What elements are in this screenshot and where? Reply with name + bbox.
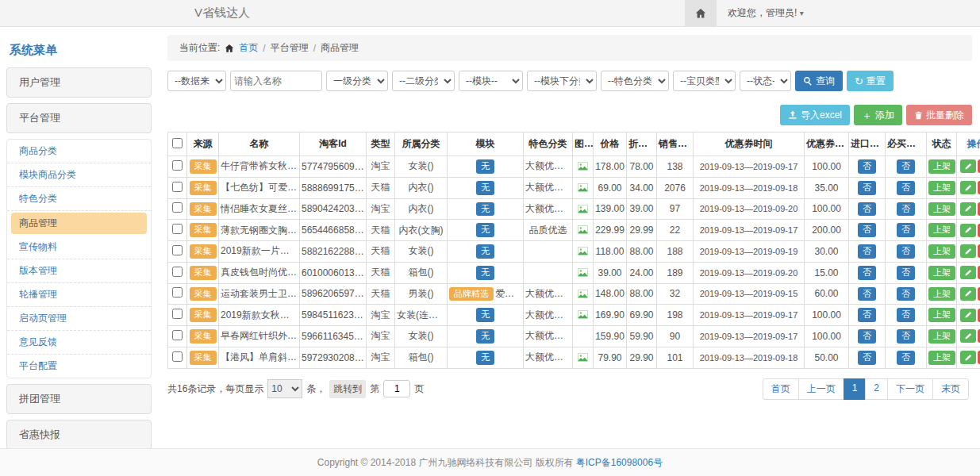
delete-button[interactable] <box>978 181 980 194</box>
filter-select[interactable]: --状态-- <box>740 71 791 91</box>
row-checkbox[interactable] <box>172 202 183 213</box>
product-name: 真皮钱包时尚优雅女士... <box>219 262 300 283</box>
edit-button[interactable] <box>960 244 976 258</box>
sidebar-subitem[interactable]: 商品管理 <box>11 213 147 234</box>
delete-button[interactable] <box>978 309 980 322</box>
edit-button[interactable] <box>960 266 976 279</box>
sidebar-item[interactable]: 用户管理 <box>6 67 152 98</box>
checkbox-cell <box>168 347 187 368</box>
product-name: 牛仔背带裤女秋装减龄... <box>219 156 300 178</box>
product-name: 【七色纺】可爱纯棉家... <box>219 177 300 198</box>
row-checkbox[interactable] <box>172 330 183 340</box>
sidebar-item[interactable]: 拼团管理 <box>6 384 152 414</box>
page-button[interactable]: 1 <box>844 378 867 400</box>
icon-cell <box>573 177 594 198</box>
source-badge: 采集 <box>190 266 217 280</box>
sidebar-subitem[interactable]: 宣传物料 <box>7 236 151 259</box>
coupon-amount: 100.00 <box>805 326 849 347</box>
sidebar-subitem[interactable]: 轮播管理 <box>7 283 151 307</box>
table-body: 采集牛仔背带裤女秋装减龄...577479560965淘宝女装()无大额优惠券1… <box>168 156 980 369</box>
checkbox-cell <box>168 283 187 305</box>
breadcrumb-home-link[interactable]: 首页 <box>239 41 258 55</box>
page-button[interactable]: 末页 <box>932 378 969 400</box>
row-checkbox[interactable] <box>172 245 183 255</box>
edit-button[interactable] <box>960 181 976 194</box>
icp-link[interactable]: 粤ICP备16098006号 <box>576 456 663 470</box>
filter-select[interactable]: --宝贝类型-- <box>673 71 736 91</box>
sidebar-item[interactable]: 省惠快报 <box>6 420 152 448</box>
sidebar-submenu: 商品分类模块商品分类特色分类商品管理宣传物料版本管理轮播管理启动页管理意见反馈平… <box>6 139 152 378</box>
row-checkbox[interactable] <box>172 309 183 319</box>
delete-button[interactable] <box>978 202 980 216</box>
page-button[interactable]: 上一页 <box>798 378 844 400</box>
filter-select[interactable]: --二级分类-- <box>392 71 455 91</box>
edit-button[interactable] <box>960 351 976 364</box>
edit-button[interactable] <box>960 159 976 173</box>
page-number-input[interactable] <box>383 380 410 397</box>
search-button[interactable]: 查询 <box>795 71 843 91</box>
operations-cell <box>957 262 980 283</box>
add-button[interactable]: ＋ 添加 <box>854 105 902 125</box>
taoke-id: 601000601341 <box>300 262 367 283</box>
sidebar-subitem[interactable]: 版本管理 <box>7 259 151 283</box>
home-button[interactable] <box>685 0 717 26</box>
edit-button[interactable] <box>960 224 976 237</box>
checkbox-cell <box>168 220 187 241</box>
select-all-checkbox[interactable] <box>172 138 183 148</box>
sidebar-subitem[interactable]: 商品分类 <box>7 140 151 163</box>
coupon-time: 2019-09-13—2019-09-17 <box>694 220 805 241</box>
sidebar-item[interactable]: 平台管理 <box>6 103 152 133</box>
edit-button[interactable] <box>960 287 976 301</box>
sidebar-subitem[interactable]: 平台配置 <box>7 355 151 378</box>
coupon-amount: 200.00 <box>805 220 849 241</box>
batch-delete-button[interactable]: 批量删除 <box>906 105 972 125</box>
edit-button[interactable] <box>960 309 976 322</box>
sidebar-subitem[interactable]: 启动页管理 <box>7 307 151 331</box>
delete-button[interactable] <box>978 224 980 237</box>
row-checkbox[interactable] <box>172 160 183 171</box>
product-category: 内衣(文胸) <box>395 220 448 241</box>
coupon-time: 2019-09-13—2019-09-18 <box>694 177 805 198</box>
image-icon <box>577 225 589 236</box>
special-category: 大额优惠券 <box>524 347 573 368</box>
row-checkbox[interactable] <box>172 224 183 234</box>
delete-button[interactable] <box>978 351 980 364</box>
import-select-badge: 否 <box>858 308 876 322</box>
page-button[interactable]: 首页 <box>763 378 799 400</box>
filter-select[interactable]: --模块-- <box>459 71 523 91</box>
reset-button[interactable]: ↻ 重置 <box>847 71 894 91</box>
import-excel-button[interactable]: 导入excel <box>780 105 850 125</box>
row-checkbox[interactable] <box>172 287 183 298</box>
edit-button[interactable] <box>960 329 976 343</box>
per-page-select[interactable]: 10 <box>267 379 302 398</box>
name-search-input[interactable] <box>230 71 322 91</box>
source-cell: 采集 <box>187 177 219 198</box>
user-menu[interactable]: 欢迎您，管理员! ▾ <box>717 6 815 20</box>
filter-select[interactable]: 一级分类 <box>326 71 388 91</box>
delete-button[interactable] <box>978 266 980 279</box>
product-type: 天猫 <box>367 241 395 263</box>
delete-button[interactable] <box>978 244 980 258</box>
status-cell: 上架 <box>927 305 957 326</box>
sidebar-subitem[interactable]: 模块商品分类 <box>7 163 151 187</box>
row-checkbox[interactable] <box>172 267 183 277</box>
status-badge: 上架 <box>928 159 955 174</box>
delete-button[interactable] <box>978 287 980 301</box>
filter-select[interactable]: --模块下分类-- <box>527 71 597 91</box>
page-button[interactable]: 下一页 <box>887 378 933 400</box>
source-cell: 采集 <box>187 305 219 326</box>
delete-button[interactable] <box>978 329 980 343</box>
sales-count: 90 <box>657 326 694 347</box>
filter-select[interactable]: --特色分类-- <box>601 71 669 91</box>
icon-cell <box>573 198 594 220</box>
sidebar-subitem[interactable]: 特色分类 <box>7 187 151 211</box>
delete-button[interactable] <box>978 159 980 173</box>
filter-select[interactable]: --数据来源-- <box>167 71 226 91</box>
edit-button[interactable] <box>960 202 976 216</box>
page-button[interactable]: 2 <box>865 378 888 400</box>
row-checkbox[interactable] <box>172 182 183 192</box>
sales-count: 2076 <box>657 177 694 198</box>
pagination-row: 共16条记录，每页显示 10 条， 跳转到 第 页 首页上一页12下一页末页 <box>167 378 972 400</box>
row-checkbox[interactable] <box>172 351 183 362</box>
sidebar-subitem[interactable]: 意见反馈 <box>7 331 151 355</box>
